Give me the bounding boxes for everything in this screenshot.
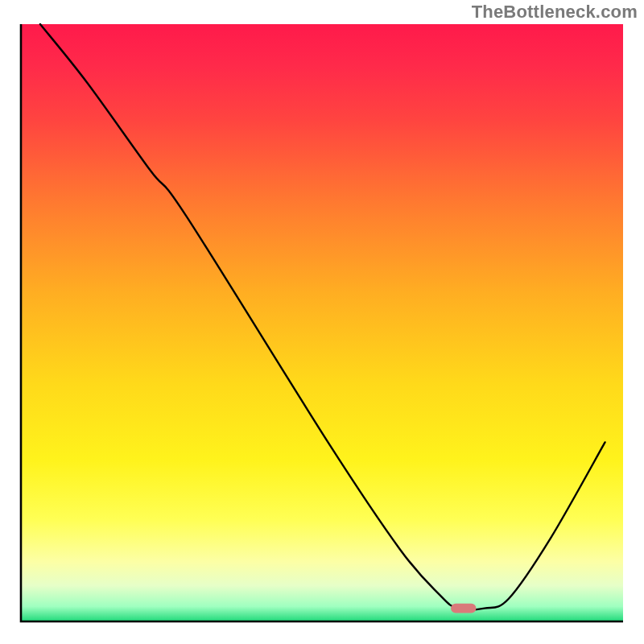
- bottleneck-chart: [0, 0, 644, 644]
- watermark-text: TheBottleneck.com: [472, 2, 638, 23]
- min-marker: [451, 604, 476, 613]
- gradient-area: [21, 24, 623, 621]
